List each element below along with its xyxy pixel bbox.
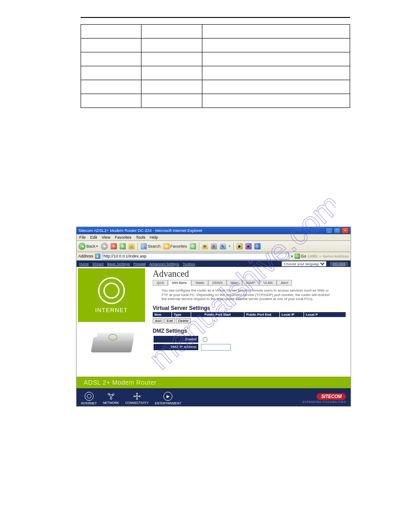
- home-icon[interactable]: ⌂: [128, 243, 135, 249]
- internet-icon: [85, 392, 94, 401]
- description-text: You can configure the router as a Virtua…: [162, 288, 332, 301]
- dmz-table: Enable DMZ IP address: [153, 335, 233, 352]
- bottom-nav: INTERNET NETWORK CONNECTIVITY ▶ ENTERTAI…: [77, 388, 351, 407]
- browser-window: Sitecom ADSL2+ Modem Router DC-224 - Mic…: [76, 227, 351, 407]
- table-row: [81, 25, 350, 39]
- internet-icon: [98, 277, 125, 304]
- menu-tools[interactable]: Tools: [136, 235, 145, 240]
- tab-ddns[interactable]: DDNS: [208, 280, 227, 286]
- chevron-down-icon[interactable]: ▾: [229, 245, 231, 248]
- menu-edit[interactable]: Edit: [90, 235, 98, 240]
- tab-virtserv[interactable]: Virt.Serv.: [168, 280, 191, 286]
- add-button[interactable]: Add: [153, 318, 163, 323]
- tab-qos[interactable]: QoS: [153, 280, 168, 286]
- nav-wizard[interactable]: Wizard: [92, 262, 103, 266]
- svg-point-6: [136, 393, 137, 394]
- device-label: DC-224: [330, 262, 348, 266]
- edit-icon[interactable]: ✎: [220, 243, 226, 249]
- window-title: Sitecom ADSL2+ Modem Router DC-224 - Mic…: [78, 228, 202, 233]
- tab-misc[interactable]: Misc: [227, 280, 242, 286]
- mail-icon[interactable]: ✉: [202, 243, 208, 249]
- delete-button[interactable]: Delete: [176, 318, 191, 323]
- language-select[interactable]: Choose your language: [282, 261, 326, 266]
- sub-tabs: QoS Virt.Serv. Static DDNS Misc IGMP VLA…: [153, 280, 346, 286]
- nav-basic-settings[interactable]: Basic Settings: [107, 262, 130, 266]
- col-type: Type: [172, 312, 191, 317]
- dmz-enable-label: Enable: [154, 336, 198, 343]
- menu-file[interactable]: File: [79, 235, 86, 240]
- vss-header: Item Type Public Port Start Public Port …: [153, 312, 346, 317]
- links-label[interactable]: Links: [308, 254, 317, 258]
- dmz-title: DMZ Settings: [153, 328, 346, 334]
- tab-igmp[interactable]: IGMP: [242, 280, 259, 286]
- main-panel: Advanced QoS Virt.Serv. Static DDNS Misc…: [148, 267, 351, 377]
- print-icon[interactable]: ⎙: [211, 243, 217, 249]
- forward-button[interactable]: ►: [101, 243, 108, 250]
- table-row: [81, 39, 350, 52]
- messenger-icon[interactable]: ☻: [236, 243, 243, 249]
- col-ppe: Public Port End: [244, 312, 280, 317]
- tab-alert[interactable]: Alert: [277, 280, 292, 286]
- connectivity-icon: [133, 392, 141, 400]
- address-label: Address: [78, 254, 93, 258]
- edit-button[interactable]: Edit: [164, 318, 175, 323]
- separator: [233, 242, 234, 250]
- table-row: [81, 52, 350, 66]
- history-icon[interactable]: ↺: [190, 243, 196, 249]
- back-button[interactable]: ◄ Back ▾: [78, 243, 98, 250]
- bn-connectivity[interactable]: CONNECTIVITY: [125, 392, 149, 404]
- nav-advanced-settings[interactable]: Advanced Settings: [150, 262, 180, 266]
- app-top-nav: Home Wizard Basic Settings Firewall Adva…: [77, 261, 351, 267]
- maximize-button[interactable]: □: [334, 227, 341, 234]
- tab-static[interactable]: Static: [191, 280, 208, 286]
- toolbar: ◄ Back ▾ ► × ↻ ⌂ 🔍 Search ★ Favorites: [77, 241, 351, 252]
- nav-home[interactable]: Home: [79, 262, 89, 266]
- bn-network[interactable]: NETWORK: [103, 392, 119, 404]
- col-localip: Local IP: [280, 312, 304, 317]
- title-bar: Sitecom ADSL2+ Modem Router DC-224 - Mic…: [77, 227, 351, 234]
- sidebar-internet-tile[interactable]: INTERNET: [78, 268, 145, 322]
- internet-label: INTERNET: [95, 307, 128, 313]
- refresh-icon[interactable]: ↻: [120, 243, 126, 249]
- minimize-button[interactable]: _: [325, 227, 333, 234]
- menu-help[interactable]: Help: [150, 235, 158, 240]
- stop-icon[interactable]: ×: [111, 243, 117, 249]
- favorites-button[interactable]: ★ Favorites: [163, 243, 187, 249]
- menu-favorites[interactable]: Favorites: [115, 235, 131, 240]
- separator: [137, 242, 138, 250]
- nav-toolbox[interactable]: Toolbox: [183, 262, 195, 266]
- go-button[interactable]: → Go: [295, 253, 306, 259]
- bn-entertainment[interactable]: ▶ ENTERTAINMENT: [155, 392, 181, 405]
- dropdown-icon[interactable]: ▾: [291, 254, 293, 258]
- nav-firewall[interactable]: Firewall: [133, 262, 146, 266]
- table-row: [81, 66, 350, 80]
- page-title: Advanced: [153, 269, 346, 279]
- menu-bar: File Edit View Favorites Tools Help: [77, 234, 351, 241]
- separator: [199, 242, 199, 250]
- dmz-enable-checkbox[interactable]: [203, 337, 207, 342]
- vss-title: Virtual Server Settings: [153, 305, 346, 311]
- svg-point-2: [110, 398, 112, 399]
- search-icon: 🔍: [141, 243, 147, 249]
- table-row: [81, 94, 350, 108]
- close-button[interactable]: ×: [342, 227, 349, 234]
- dmz-ip-input[interactable]: [201, 344, 231, 351]
- bn-internet[interactable]: INTERNET: [81, 392, 97, 405]
- product-band: ADSL 2+ Modem Router: [77, 377, 351, 388]
- menu-view[interactable]: View: [102, 235, 110, 240]
- dmz-ip-label: DMZ IP address: [154, 344, 198, 351]
- address-input[interactable]: [102, 253, 289, 260]
- search-button[interactable]: 🔍 Search: [141, 243, 161, 249]
- param-table: [81, 24, 350, 108]
- norton-toolbar[interactable]: Norton AntiVirus: [323, 254, 349, 258]
- forward-icon: ►: [101, 243, 108, 250]
- tab-vlan[interactable]: VLAN: [259, 280, 277, 286]
- brand-logo: SITECOM EXPANDING POSSIBILITIES: [303, 393, 346, 403]
- chevron-down-icon: ▾: [96, 245, 98, 248]
- network-icon: [107, 392, 115, 400]
- sidebar: INTERNET: [77, 267, 148, 377]
- favorites-icon: ★: [163, 243, 170, 249]
- col-pps: Public Port Start: [191, 312, 244, 317]
- bluetooth-icon[interactable]: ᛒ: [254, 243, 261, 249]
- research-icon[interactable]: ❀: [245, 243, 252, 249]
